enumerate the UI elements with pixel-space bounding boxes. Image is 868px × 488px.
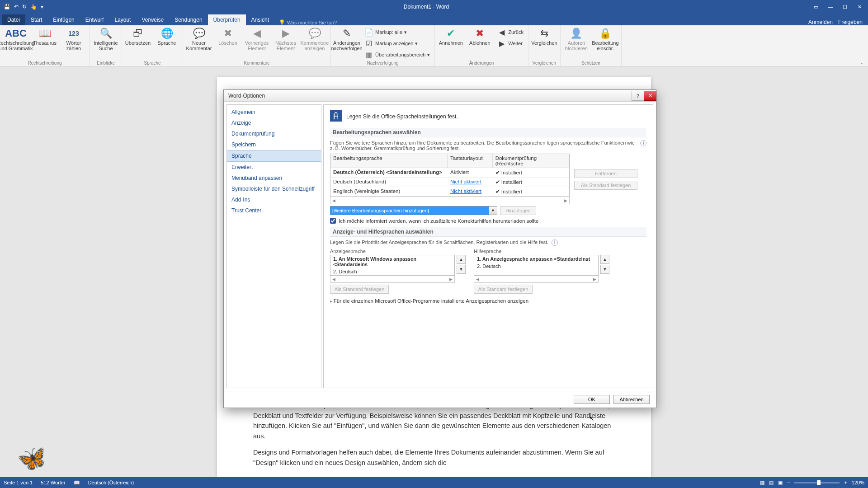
prev-change-button[interactable]: ◀Zurück bbox=[495, 27, 525, 38]
touch-mode-icon[interactable]: 👆 bbox=[30, 4, 37, 10]
word-count-button[interactable]: 123Wörter zählen bbox=[61, 27, 87, 51]
language-button[interactable]: 🌐Sprache bbox=[154, 27, 180, 46]
next-icon: ▶ bbox=[278, 28, 293, 39]
tab-review[interactable]: Überprüfen bbox=[208, 14, 246, 25]
help-language-list[interactable]: 1. An Anzeigesprache anpassen <Standarde… bbox=[474, 255, 599, 276]
info-icon[interactable]: i bbox=[552, 239, 558, 246]
show-markup-menu[interactable]: ☑Markup anzeigen ▾ bbox=[363, 38, 432, 49]
thesaurus-button[interactable]: 📖Thesaurus bbox=[32, 27, 58, 46]
show-installed-languages-expander[interactable]: Für die einzelnen Microsoft Office-Progr… bbox=[330, 298, 646, 304]
tab-mailings[interactable]: Sendungen bbox=[169, 14, 208, 25]
add-language-combo[interactable]: [Weitere Bearbeitungssprachen hinzufügen… bbox=[330, 206, 497, 215]
move-up-button[interactable]: ▲ bbox=[600, 255, 609, 264]
table-row[interactable]: Deutsch (Österreich) <Standardeinstellun… bbox=[330, 168, 569, 178]
status-page[interactable]: Seite 1 von 1 bbox=[4, 480, 33, 485]
status-language[interactable]: Deutsch (Österreich) bbox=[88, 480, 134, 485]
nav-save[interactable]: Speichern bbox=[227, 139, 321, 150]
show-comments-button[interactable]: 💬Kommentare anzeigen bbox=[302, 27, 328, 51]
status-proof-icon[interactable]: 📖 bbox=[74, 480, 80, 486]
smart-lookup-button[interactable]: 🔍Intelligente Suche bbox=[93, 27, 119, 51]
tab-references[interactable]: Verweise bbox=[136, 14, 169, 25]
editing-languages-table[interactable]: Bearbeitungssprache Tastaturlayout Dokum… bbox=[330, 154, 570, 197]
enable-keyboard-link[interactable]: Nicht aktiviert bbox=[450, 179, 481, 184]
nav-trust-center[interactable]: Trust Center bbox=[227, 205, 321, 216]
tell-me-search[interactable]: 💡Was möchten Sie tun? bbox=[279, 19, 337, 25]
table-row[interactable]: Deutsch (Deutschland) Nicht aktiviert ✔ … bbox=[330, 178, 569, 187]
markup-display-combo[interactable]: 📄Markup: alle ▾ bbox=[363, 27, 432, 38]
group-compare-label: Vergleichen bbox=[531, 61, 557, 66]
maximize-button[interactable]: ☐ bbox=[838, 4, 852, 10]
move-down-button[interactable]: ▼ bbox=[600, 265, 609, 274]
prev-comment-button[interactable]: ◀Vorheriges Element bbox=[244, 27, 270, 51]
notify-checkbox-input[interactable] bbox=[330, 218, 336, 224]
view-read-icon[interactable]: ▦ bbox=[760, 480, 764, 486]
undo-icon[interactable]: ↶ bbox=[14, 4, 19, 10]
list-item[interactable]: 1. An Microsoft Windows anpassen <Standa… bbox=[330, 255, 454, 268]
tab-file[interactable]: Datei bbox=[2, 14, 25, 25]
info-icon[interactable]: i bbox=[640, 140, 646, 146]
view-web-icon[interactable]: ▣ bbox=[778, 480, 783, 486]
list-hscrollbar[interactable]: ◀▶ bbox=[474, 276, 599, 283]
group-proofing-label: Rechtschreibung bbox=[3, 61, 87, 66]
tab-start[interactable]: Start bbox=[25, 14, 47, 25]
zoom-slider[interactable] bbox=[794, 482, 840, 483]
nav-advanced[interactable]: Erweitert bbox=[227, 162, 321, 173]
prev-icon: ◀ bbox=[250, 28, 264, 39]
tab-insert[interactable]: Einfügen bbox=[47, 14, 80, 25]
zoom-in-button[interactable]: + bbox=[844, 480, 847, 485]
close-button[interactable]: ✕ bbox=[853, 4, 866, 10]
nav-proofing[interactable]: Dokumentprüfung bbox=[227, 128, 321, 139]
notify-checkbox[interactable]: Ich möchte informiert werden, wenn ich z… bbox=[330, 218, 646, 224]
delete-comment-button[interactable]: ✖Löschen bbox=[215, 27, 241, 46]
move-down-button[interactable]: ▼ bbox=[457, 265, 466, 274]
table-row[interactable]: Englisch (Vereinigte Staaten) Nicht akti… bbox=[330, 187, 569, 197]
nav-language[interactable]: Sprache bbox=[227, 150, 321, 162]
minimize-button[interactable]: — bbox=[824, 4, 837, 10]
enable-keyboard-link[interactable]: Nicht aktiviert bbox=[450, 188, 481, 194]
compare-button[interactable]: ⇆Vergleichen bbox=[531, 27, 557, 46]
track-changes-button[interactable]: ✎Änderungen nachverfolgen bbox=[334, 27, 360, 51]
nav-customize-ribbon[interactable]: Menüband anpassen bbox=[227, 173, 321, 183]
nav-addins[interactable]: Add-Ins bbox=[227, 194, 321, 205]
dialog-close-button[interactable]: ✕ bbox=[644, 91, 656, 101]
share-button[interactable]: Freigeben bbox=[838, 19, 863, 25]
tab-layout[interactable]: Layout bbox=[109, 14, 136, 25]
dialog-help-button[interactable]: ? bbox=[632, 91, 644, 101]
redo-icon[interactable]: ↻ bbox=[22, 4, 27, 10]
nav-display[interactable]: Anzeige bbox=[227, 117, 321, 128]
move-up-button[interactable]: ▲ bbox=[457, 255, 466, 264]
set-default-button: Als Standard festlegen bbox=[574, 181, 637, 190]
new-comment-button[interactable]: 💬Neuer Kommentar bbox=[186, 27, 212, 51]
sign-in-link[interactable]: Anmelden bbox=[808, 19, 833, 25]
translate-button[interactable]: 🗗Übersetzen bbox=[125, 27, 151, 46]
spelling-button[interactable]: ABCRechtschreibung und Grammatik bbox=[3, 27, 29, 51]
list-item[interactable]: 1. An Anzeigesprache anpassen <Standarde… bbox=[474, 255, 598, 263]
zoom-level[interactable]: 120% bbox=[852, 480, 864, 485]
nav-general[interactable]: Allgemein bbox=[227, 107, 321, 117]
ok-button[interactable]: OK bbox=[574, 395, 610, 404]
accept-button[interactable]: ✔Annehmen bbox=[438, 27, 464, 46]
next-comment-button[interactable]: ▶Nächstes Element bbox=[273, 27, 299, 51]
ribbon-display-icon[interactable]: ▭ bbox=[809, 4, 823, 10]
next-change-button[interactable]: ▶Weiter bbox=[495, 38, 525, 49]
cancel-button[interactable]: Abbrechen bbox=[613, 395, 650, 404]
lock-icon: 🔒 bbox=[598, 28, 613, 39]
reviewing-pane-button[interactable]: ▥Überarbeitungsbereich ▾ bbox=[363, 49, 432, 60]
nav-qat[interactable]: Symbolleiste für den Schnellzugriff bbox=[227, 183, 321, 194]
display-language-list[interactable]: 1. An Microsoft Windows anpassen <Standa… bbox=[330, 255, 455, 276]
chevron-down-icon[interactable]: ▼ bbox=[489, 206, 497, 215]
zoom-out-button[interactable]: − bbox=[787, 480, 790, 485]
status-words[interactable]: 512 Wörter bbox=[41, 480, 65, 485]
list-item[interactable]: 2. Deutsch bbox=[474, 263, 598, 270]
tab-design[interactable]: Entwurf bbox=[80, 14, 109, 25]
table-hscrollbar[interactable]: ◀▶ bbox=[330, 197, 570, 204]
view-print-icon[interactable]: ▤ bbox=[769, 480, 774, 486]
reject-button[interactable]: ✖Ablehnen bbox=[467, 27, 493, 46]
list-item[interactable]: 2. Deutsch bbox=[330, 268, 454, 275]
save-icon[interactable]: 💾 bbox=[4, 4, 10, 10]
globe-icon: 🌐 bbox=[160, 28, 174, 39]
block-authors-button[interactable]: 👤Autoren blockieren bbox=[563, 27, 590, 51]
list-hscrollbar[interactable]: ◀▶ bbox=[330, 276, 455, 283]
restrict-editing-button[interactable]: 🔒Bearbeitung einschr. bbox=[592, 27, 618, 51]
tab-view[interactable]: Ansicht bbox=[246, 14, 274, 25]
